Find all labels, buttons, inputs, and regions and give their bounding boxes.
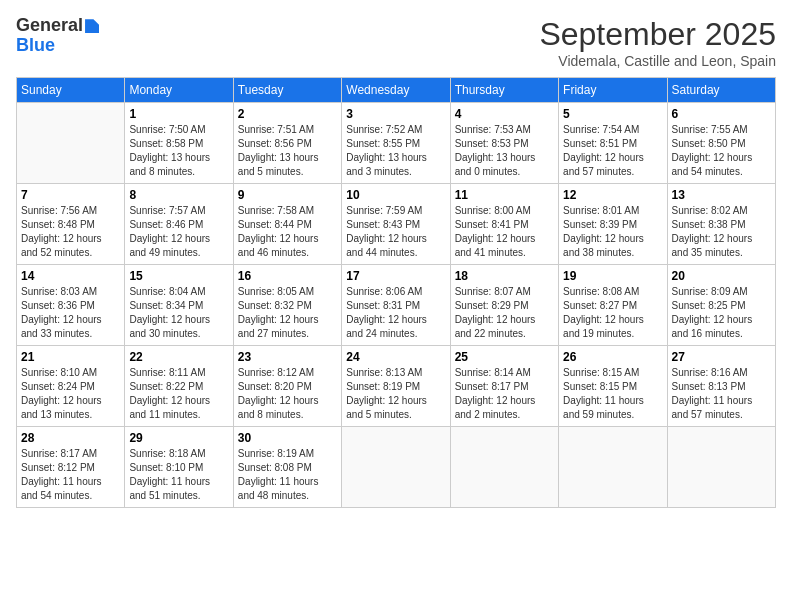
calendar-week-4: 21 Sunrise: 8:10 AMSunset: 8:24 PMDaylig… xyxy=(17,346,776,427)
day-number: 7 xyxy=(21,188,120,202)
calendar-week-1: 1 Sunrise: 7:50 AMSunset: 8:58 PMDayligh… xyxy=(17,103,776,184)
logo-icon xyxy=(85,19,99,33)
calendar-cell: 11 Sunrise: 8:00 AMSunset: 8:41 PMDaylig… xyxy=(450,184,558,265)
calendar-cell xyxy=(17,103,125,184)
weekday-header-friday: Friday xyxy=(559,78,667,103)
day-info: Sunrise: 8:07 AMSunset: 8:29 PMDaylight:… xyxy=(455,285,554,341)
day-number: 20 xyxy=(672,269,771,283)
calendar-cell: 10 Sunrise: 7:59 AMSunset: 8:43 PMDaylig… xyxy=(342,184,450,265)
day-number: 10 xyxy=(346,188,445,202)
calendar-cell: 16 Sunrise: 8:05 AMSunset: 8:32 PMDaylig… xyxy=(233,265,341,346)
day-number: 24 xyxy=(346,350,445,364)
calendar-cell: 24 Sunrise: 8:13 AMSunset: 8:19 PMDaylig… xyxy=(342,346,450,427)
logo-general-text: General xyxy=(16,15,83,35)
calendar-cell xyxy=(450,427,558,508)
logo-blue-text: Blue xyxy=(16,36,99,56)
logo: General Blue xyxy=(16,16,99,56)
day-number: 9 xyxy=(238,188,337,202)
day-info: Sunrise: 7:56 AMSunset: 8:48 PMDaylight:… xyxy=(21,204,120,260)
calendar-cell: 14 Sunrise: 8:03 AMSunset: 8:36 PMDaylig… xyxy=(17,265,125,346)
calendar-cell: 28 Sunrise: 8:17 AMSunset: 8:12 PMDaylig… xyxy=(17,427,125,508)
weekday-header-sunday: Sunday xyxy=(17,78,125,103)
calendar-week-5: 28 Sunrise: 8:17 AMSunset: 8:12 PMDaylig… xyxy=(17,427,776,508)
page-header: General Blue September 2025 Videmala, Ca… xyxy=(16,16,776,69)
calendar-cell: 30 Sunrise: 8:19 AMSunset: 8:08 PMDaylig… xyxy=(233,427,341,508)
day-number: 21 xyxy=(21,350,120,364)
day-number: 8 xyxy=(129,188,228,202)
day-info: Sunrise: 8:12 AMSunset: 8:20 PMDaylight:… xyxy=(238,366,337,422)
day-number: 5 xyxy=(563,107,662,121)
calendar-cell: 26 Sunrise: 8:15 AMSunset: 8:15 PMDaylig… xyxy=(559,346,667,427)
day-info: Sunrise: 7:55 AMSunset: 8:50 PMDaylight:… xyxy=(672,123,771,179)
calendar-week-3: 14 Sunrise: 8:03 AMSunset: 8:36 PMDaylig… xyxy=(17,265,776,346)
day-info: Sunrise: 7:52 AMSunset: 8:55 PMDaylight:… xyxy=(346,123,445,179)
day-number: 13 xyxy=(672,188,771,202)
weekday-header-tuesday: Tuesday xyxy=(233,78,341,103)
calendar-cell: 9 Sunrise: 7:58 AMSunset: 8:44 PMDayligh… xyxy=(233,184,341,265)
day-info: Sunrise: 8:04 AMSunset: 8:34 PMDaylight:… xyxy=(129,285,228,341)
calendar-cell: 27 Sunrise: 8:16 AMSunset: 8:13 PMDaylig… xyxy=(667,346,775,427)
day-info: Sunrise: 7:58 AMSunset: 8:44 PMDaylight:… xyxy=(238,204,337,260)
weekday-header-monday: Monday xyxy=(125,78,233,103)
day-number: 11 xyxy=(455,188,554,202)
day-number: 25 xyxy=(455,350,554,364)
calendar-cell: 13 Sunrise: 8:02 AMSunset: 8:38 PMDaylig… xyxy=(667,184,775,265)
calendar-cell: 18 Sunrise: 8:07 AMSunset: 8:29 PMDaylig… xyxy=(450,265,558,346)
weekday-header-wednesday: Wednesday xyxy=(342,78,450,103)
day-number: 30 xyxy=(238,431,337,445)
day-number: 23 xyxy=(238,350,337,364)
calendar-cell: 20 Sunrise: 8:09 AMSunset: 8:25 PMDaylig… xyxy=(667,265,775,346)
day-number: 16 xyxy=(238,269,337,283)
calendar-cell: 29 Sunrise: 8:18 AMSunset: 8:10 PMDaylig… xyxy=(125,427,233,508)
day-number: 17 xyxy=(346,269,445,283)
day-number: 18 xyxy=(455,269,554,283)
day-info: Sunrise: 8:17 AMSunset: 8:12 PMDaylight:… xyxy=(21,447,120,503)
day-number: 27 xyxy=(672,350,771,364)
calendar-cell: 19 Sunrise: 8:08 AMSunset: 8:27 PMDaylig… xyxy=(559,265,667,346)
day-info: Sunrise: 7:59 AMSunset: 8:43 PMDaylight:… xyxy=(346,204,445,260)
day-info: Sunrise: 8:05 AMSunset: 8:32 PMDaylight:… xyxy=(238,285,337,341)
calendar-cell: 15 Sunrise: 8:04 AMSunset: 8:34 PMDaylig… xyxy=(125,265,233,346)
calendar-cell xyxy=(667,427,775,508)
day-number: 1 xyxy=(129,107,228,121)
calendar-cell: 3 Sunrise: 7:52 AMSunset: 8:55 PMDayligh… xyxy=(342,103,450,184)
weekday-header-row: SundayMondayTuesdayWednesdayThursdayFrid… xyxy=(17,78,776,103)
calendar-cell: 4 Sunrise: 7:53 AMSunset: 8:53 PMDayligh… xyxy=(450,103,558,184)
day-number: 6 xyxy=(672,107,771,121)
day-info: Sunrise: 8:01 AMSunset: 8:39 PMDaylight:… xyxy=(563,204,662,260)
title-block: September 2025 Videmala, Castille and Le… xyxy=(539,16,776,69)
calendar-cell: 1 Sunrise: 7:50 AMSunset: 8:58 PMDayligh… xyxy=(125,103,233,184)
location-subtitle: Videmala, Castille and Leon, Spain xyxy=(539,53,776,69)
day-info: Sunrise: 7:51 AMSunset: 8:56 PMDaylight:… xyxy=(238,123,337,179)
day-info: Sunrise: 8:09 AMSunset: 8:25 PMDaylight:… xyxy=(672,285,771,341)
calendar-cell: 2 Sunrise: 7:51 AMSunset: 8:56 PMDayligh… xyxy=(233,103,341,184)
calendar-cell: 5 Sunrise: 7:54 AMSunset: 8:51 PMDayligh… xyxy=(559,103,667,184)
day-number: 3 xyxy=(346,107,445,121)
day-number: 29 xyxy=(129,431,228,445)
day-info: Sunrise: 8:06 AMSunset: 8:31 PMDaylight:… xyxy=(346,285,445,341)
day-info: Sunrise: 7:54 AMSunset: 8:51 PMDaylight:… xyxy=(563,123,662,179)
calendar-cell: 7 Sunrise: 7:56 AMSunset: 8:48 PMDayligh… xyxy=(17,184,125,265)
day-number: 4 xyxy=(455,107,554,121)
calendar-cell: 8 Sunrise: 7:57 AMSunset: 8:46 PMDayligh… xyxy=(125,184,233,265)
day-info: Sunrise: 8:03 AMSunset: 8:36 PMDaylight:… xyxy=(21,285,120,341)
calendar-cell: 25 Sunrise: 8:14 AMSunset: 8:17 PMDaylig… xyxy=(450,346,558,427)
calendar-cell: 17 Sunrise: 8:06 AMSunset: 8:31 PMDaylig… xyxy=(342,265,450,346)
calendar-table: SundayMondayTuesdayWednesdayThursdayFrid… xyxy=(16,77,776,508)
logo-top: General xyxy=(16,16,99,36)
day-info: Sunrise: 8:00 AMSunset: 8:41 PMDaylight:… xyxy=(455,204,554,260)
day-info: Sunrise: 7:53 AMSunset: 8:53 PMDaylight:… xyxy=(455,123,554,179)
day-info: Sunrise: 8:10 AMSunset: 8:24 PMDaylight:… xyxy=(21,366,120,422)
day-number: 12 xyxy=(563,188,662,202)
calendar-cell: 12 Sunrise: 8:01 AMSunset: 8:39 PMDaylig… xyxy=(559,184,667,265)
day-info: Sunrise: 8:18 AMSunset: 8:10 PMDaylight:… xyxy=(129,447,228,503)
calendar-week-2: 7 Sunrise: 7:56 AMSunset: 8:48 PMDayligh… xyxy=(17,184,776,265)
day-number: 22 xyxy=(129,350,228,364)
day-info: Sunrise: 8:19 AMSunset: 8:08 PMDaylight:… xyxy=(238,447,337,503)
month-title: September 2025 xyxy=(539,16,776,53)
calendar-cell: 23 Sunrise: 8:12 AMSunset: 8:20 PMDaylig… xyxy=(233,346,341,427)
day-info: Sunrise: 8:14 AMSunset: 8:17 PMDaylight:… xyxy=(455,366,554,422)
day-info: Sunrise: 8:08 AMSunset: 8:27 PMDaylight:… xyxy=(563,285,662,341)
day-number: 2 xyxy=(238,107,337,121)
day-info: Sunrise: 8:02 AMSunset: 8:38 PMDaylight:… xyxy=(672,204,771,260)
